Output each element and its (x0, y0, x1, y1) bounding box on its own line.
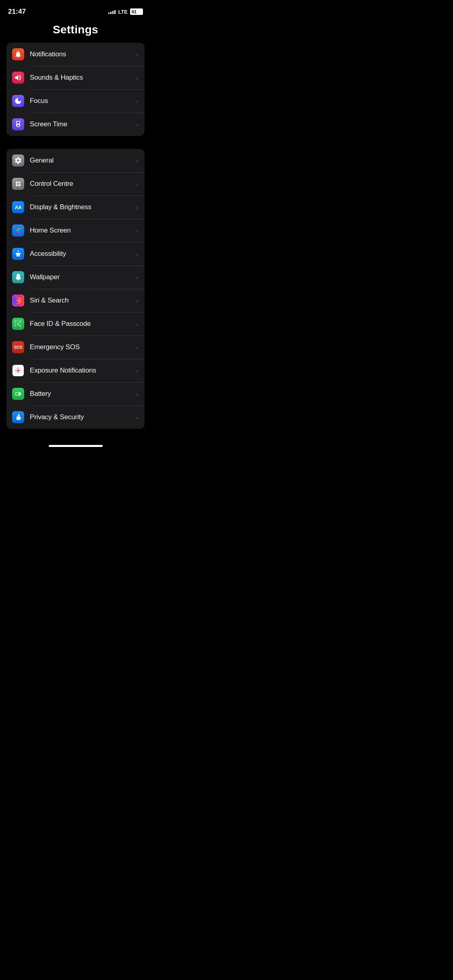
svg-point-12 (19, 232, 21, 233)
settings-item-screentime[interactable]: Screen Time › (6, 113, 145, 136)
svg-rect-2 (19, 181, 21, 183)
svg-rect-0 (16, 181, 18, 183)
svg-point-22 (19, 369, 20, 369)
screentime-label: Screen Time (30, 120, 133, 128)
privacy-chevron: › (136, 414, 138, 421)
status-time: 21:47 (8, 8, 26, 16)
display-icon-wrapper: AA (12, 201, 24, 213)
controlcentre-icon-wrapper (12, 178, 24, 190)
svg-point-16 (17, 370, 19, 372)
faceid-label: Face ID & Passcode (30, 320, 133, 328)
accessibility-label: Accessibility (30, 250, 133, 258)
settings-group-2: General › Control Centre › AA Display & … (6, 149, 145, 429)
accessibility-person-icon (14, 250, 22, 258)
svg-point-7 (16, 230, 17, 231)
sounds-chevron: › (136, 74, 138, 81)
svg-point-19 (15, 370, 17, 371)
settings-item-controlcentre[interactable]: Control Centre › (6, 172, 145, 196)
moon-icon (14, 97, 22, 105)
status-bar: 21:47 LTE 61 (0, 0, 151, 20)
battery-indicator: 61 (130, 8, 143, 15)
faceid-icon (14, 320, 22, 328)
signal-bar-1 (108, 12, 110, 14)
home-indicator-area (0, 442, 151, 449)
notifications-chevron: › (136, 51, 138, 58)
faceid-chevron: › (136, 321, 138, 327)
settings-item-homescreen[interactable]: Home Screen › (6, 219, 145, 242)
svg-rect-1 (16, 184, 18, 186)
exposure-icon (14, 366, 22, 375)
svg-point-10 (16, 232, 17, 233)
svg-point-20 (20, 370, 21, 371)
aa-text: AA (15, 204, 22, 210)
svg-point-8 (17, 230, 19, 231)
general-icon-wrapper (12, 154, 24, 167)
svg-point-18 (18, 373, 19, 374)
focus-label: Focus (30, 97, 133, 105)
grid-icon (14, 226, 22, 235)
display-chevron: › (136, 204, 138, 211)
sos-icon-wrapper: SOS (12, 341, 24, 353)
siri-label: Siri & Search (30, 296, 133, 305)
settings-item-notifications[interactable]: Notifications › (6, 43, 145, 66)
settings-item-faceid[interactable]: Face ID & Passcode › (6, 312, 145, 336)
controlcentre-label: Control Centre (30, 180, 133, 188)
sos-chevron: › (136, 344, 138, 351)
wallpaper-chevron: › (136, 274, 138, 281)
privacy-label: Privacy & Security (30, 413, 133, 421)
bell-icon (14, 50, 22, 58)
notifications-icon-wrapper (12, 48, 24, 60)
signal-bar-4 (114, 10, 116, 14)
siri-icon (14, 296, 22, 305)
status-right: LTE 61 (108, 8, 143, 15)
settings-item-sounds[interactable]: Sounds & Haptics › (6, 66, 145, 89)
sos-label: Emergency SOS (30, 343, 133, 351)
exposure-icon-wrapper (12, 364, 24, 377)
svg-point-4 (16, 228, 17, 229)
toggles-icon (14, 180, 22, 188)
siri-icon-wrapper (12, 294, 24, 307)
focus-chevron: › (136, 98, 138, 105)
controlcentre-chevron: › (136, 181, 138, 187)
settings-item-focus[interactable]: Focus › (6, 89, 145, 113)
settings-item-battery[interactable]: Battery › (6, 382, 145, 406)
page-title: Settings (0, 20, 151, 43)
homescreen-label: Home Screen (30, 226, 133, 235)
settings-item-siri[interactable]: Siri & Search › (6, 289, 145, 312)
signal-bar-2 (110, 12, 112, 14)
faceid-icon-wrapper (12, 318, 24, 330)
svg-point-6 (19, 228, 21, 229)
svg-point-23 (16, 372, 17, 373)
svg-point-24 (19, 372, 20, 373)
svg-point-21 (16, 369, 17, 369)
settings-item-display[interactable]: AA Display & Brightness › (6, 196, 145, 219)
sos-text: SOS (14, 345, 22, 350)
hand-icon (14, 413, 22, 421)
exposure-label: Exposure Notifications (30, 366, 133, 375)
wallpaper-icon-wrapper (12, 271, 24, 283)
svg-point-11 (17, 232, 19, 233)
speaker-icon (14, 74, 22, 82)
svg-rect-3 (19, 184, 21, 186)
flower-icon (14, 273, 22, 281)
screentime-icon-wrapper (12, 118, 24, 130)
svg-rect-26 (21, 393, 21, 394)
accessibility-chevron: › (136, 251, 138, 257)
settings-item-wallpaper[interactable]: Wallpaper › (6, 266, 145, 289)
svg-point-13 (17, 251, 19, 252)
settings-item-accessibility[interactable]: Accessibility › (6, 242, 145, 266)
svg-rect-27 (15, 393, 19, 395)
gear-icon (14, 156, 22, 165)
signal-bars (108, 9, 116, 14)
wallpaper-label: Wallpaper (30, 273, 133, 281)
homescreen-chevron: › (136, 227, 138, 234)
hourglass-icon (14, 120, 22, 128)
settings-item-privacy[interactable]: Privacy & Security › (6, 406, 145, 429)
settings-item-exposure[interactable]: Exposure Notifications › (6, 359, 145, 382)
battery-setting-chevron: › (136, 391, 138, 397)
accessibility-icon-wrapper (12, 248, 24, 260)
settings-item-sos[interactable]: SOS Emergency SOS › (6, 336, 145, 359)
svg-point-5 (17, 228, 19, 229)
settings-item-general[interactable]: General › (6, 149, 145, 172)
general-chevron: › (136, 157, 138, 164)
